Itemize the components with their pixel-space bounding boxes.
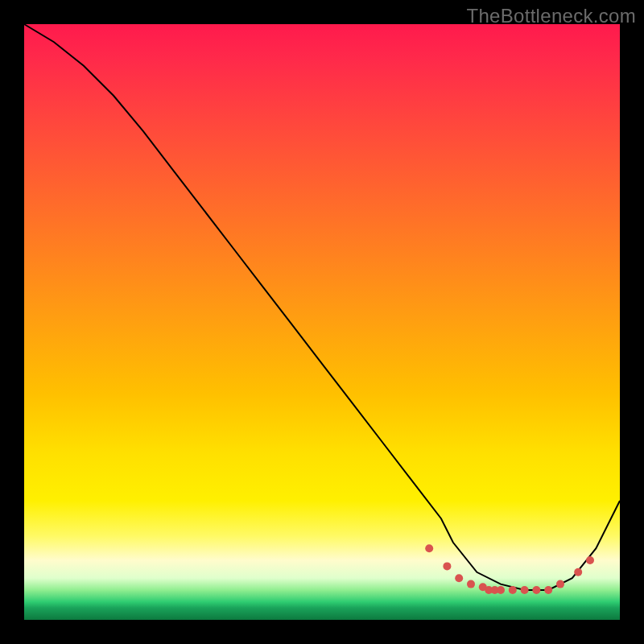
scatter-dot — [467, 580, 475, 588]
curve-svg — [24, 24, 620, 620]
scatter-dot — [544, 586, 552, 594]
scatter-dot — [586, 556, 594, 564]
scatter-dot — [532, 586, 540, 594]
scatter-dot — [556, 580, 564, 588]
chart-stage: TheBottleneck.com — [0, 0, 644, 644]
scatter-dot — [443, 562, 451, 570]
scatter-dot — [455, 574, 463, 582]
scatter-dot — [521, 586, 529, 594]
scatter-dot — [574, 568, 582, 576]
scatter-dot — [509, 586, 517, 594]
scatter-dot — [425, 544, 433, 552]
bottleneck-curve — [24, 24, 620, 590]
scatter-dot — [497, 586, 505, 594]
plot-area — [24, 24, 620, 620]
